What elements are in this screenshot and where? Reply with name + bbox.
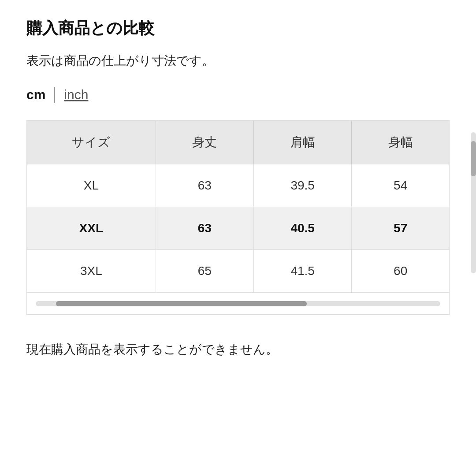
table-header-row: サイズ 身丈 肩幅 身幅 — [27, 121, 449, 164]
unit-divider — [54, 87, 55, 103]
col-header-body-width: 身幅 — [352, 121, 449, 164]
unit-switcher: cm inch — [26, 87, 450, 103]
col-header-shoulder: 肩幅 — [254, 121, 352, 164]
unit-cm-button[interactable]: cm — [26, 87, 45, 102]
cell-body-width: 60 — [352, 250, 449, 293]
col-header-body-length: 身丈 — [156, 121, 253, 164]
horizontal-scrollbar-track — [36, 301, 440, 306]
cell-size: XXL — [27, 207, 156, 250]
horizontal-scrollbar-area — [27, 292, 449, 314]
cell-shoulder: 39.5 — [254, 164, 352, 207]
col-header-size: サイズ — [27, 121, 156, 164]
table-row: XL 63 39.5 54 — [27, 164, 449, 207]
subtitle: 表示は商品の仕上がり寸法です。 — [26, 52, 450, 69]
cell-body-width: 54 — [352, 164, 449, 207]
size-table-wrapper: サイズ 身丈 肩幅 身幅 XL 63 39.5 54 XXL 63 40.5 5 — [26, 120, 450, 315]
page-title: 購入商品との比較 — [26, 18, 450, 39]
cell-size: 3XL — [27, 250, 156, 293]
page-container: 購入商品との比較 表示は商品の仕上がり寸法です。 cm inch サイズ 身丈 … — [0, 0, 476, 476]
cell-shoulder: 41.5 — [254, 250, 352, 293]
vertical-scrollbar-track — [471, 132, 476, 273]
cell-size: XL — [27, 164, 156, 207]
horizontal-scrollbar-thumb[interactable] — [56, 301, 307, 306]
table-row-highlighted: XXL 63 40.5 57 — [27, 207, 449, 250]
cell-body-length: 63 — [156, 164, 253, 207]
unit-inch-button[interactable]: inch — [64, 87, 88, 102]
bottom-message: 現在購入商品を表示することができません。 — [26, 341, 450, 358]
vertical-scrollbar-thumb[interactable] — [471, 141, 476, 176]
cell-body-length: 65 — [156, 250, 253, 293]
cell-body-width: 57 — [352, 207, 449, 250]
table-row: 3XL 65 41.5 60 — [27, 250, 449, 293]
size-table: サイズ 身丈 肩幅 身幅 XL 63 39.5 54 XXL 63 40.5 5 — [27, 121, 449, 292]
cell-body-length: 63 — [156, 207, 253, 250]
cell-shoulder: 40.5 — [254, 207, 352, 250]
